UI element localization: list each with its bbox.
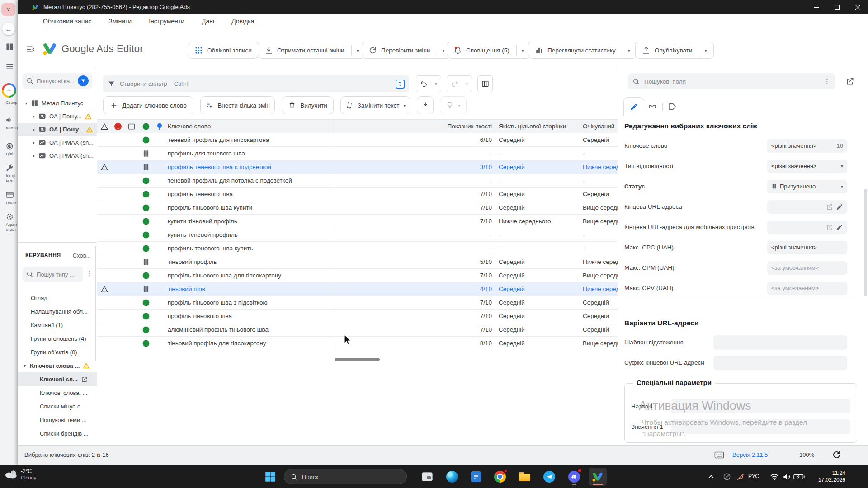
document-app-icon[interactable] bbox=[467, 468, 485, 486]
column-expected-ctr[interactable]: Очікуваний bbox=[583, 120, 618, 133]
publish-button[interactable]: Опублікувати ▾ bbox=[635, 42, 714, 59]
tree-item[interactable]: ▸OA | Пошу... bbox=[18, 110, 97, 123]
table-row[interactable]: профиль теневого шва7/10СереднійСередній bbox=[97, 188, 618, 201]
tab-edit[interactable] bbox=[623, 97, 644, 116]
sidebar-item-кампанії-1-[interactable]: Кампанії (1) bbox=[18, 318, 97, 332]
telegram-icon[interactable] bbox=[540, 468, 558, 486]
wifi-icon[interactable] bbox=[770, 472, 779, 481]
idea-icon[interactable] bbox=[156, 122, 164, 131]
sidebar-item-ключові-слова-[interactable]: Ключові слова, ... bbox=[18, 386, 97, 399]
dropdown-caret-icon[interactable]: ▾ bbox=[431, 82, 441, 86]
panel-scrollbar[interactable] bbox=[864, 189, 867, 296]
table-row[interactable]: теневой профиль для потолка с подсветкой… bbox=[97, 174, 618, 188]
dropdown-caret-icon[interactable]: ▾ bbox=[442, 48, 444, 53]
back-arrow-icon[interactable]: ← bbox=[2, 23, 15, 35]
chevron-right-icon[interactable]: ▸ bbox=[31, 114, 37, 119]
warning-icon[interactable] bbox=[100, 122, 108, 131]
version-link[interactable]: Версія 2.11.5 bbox=[732, 451, 768, 458]
tab-urls[interactable] bbox=[648, 102, 657, 111]
table-row[interactable]: теневой профиль для гипсокартона6/10Сере… bbox=[97, 133, 618, 147]
sync-icon[interactable] bbox=[832, 450, 841, 460]
collapse-pink-button[interactable]: ˅ bbox=[1, 3, 15, 16]
comment-icon[interactable] bbox=[127, 122, 136, 131]
campaigns-icon[interactable] bbox=[5, 116, 14, 124]
chrome-icon[interactable] bbox=[491, 468, 509, 486]
table-row[interactable]: купить теневой профиль--- bbox=[97, 228, 618, 242]
menu-item-Довідка[interactable]: Довідка bbox=[231, 18, 254, 25]
column-quality-score[interactable]: Показник якості bbox=[335, 120, 492, 133]
language-indicator[interactable]: РУС bbox=[748, 473, 759, 479]
sidebar-item-групи-об-єктів-0-[interactable]: Групи об'єктів (0) bbox=[18, 345, 97, 359]
column-keyword[interactable]: Ключове слово bbox=[168, 120, 211, 133]
horizontal-scrollbar[interactable] bbox=[335, 358, 380, 361]
panel-toggle-icon[interactable] bbox=[91, 252, 91, 259]
pen-icon[interactable] bbox=[736, 472, 745, 481]
billing-icon[interactable] bbox=[5, 191, 14, 199]
pencil-icon[interactable] bbox=[836, 224, 843, 231]
type-search-input[interactable]: Пошук типу ... bbox=[23, 267, 83, 282]
table-row[interactable]: профиль теневого шва с подсветкой3/10Сер… bbox=[97, 160, 618, 174]
sidebar-item-групи-оголошень-4-[interactable]: Групи оголошень (4) bbox=[18, 332, 97, 345]
hamburger-icon[interactable] bbox=[5, 62, 14, 71]
start-button[interactable] bbox=[264, 471, 276, 483]
field-input--url-[interactable] bbox=[767, 221, 847, 234]
view-statistics-button[interactable]: Переглянути статистику ▾ bbox=[528, 42, 637, 59]
undo-icon[interactable] bbox=[416, 80, 431, 88]
notifications-button[interactable]: Сповіщення (5) ▾ bbox=[447, 42, 531, 59]
chevron-right-icon[interactable]: ▸ bbox=[31, 127, 37, 132]
table-row[interactable]: профіль тіньового шва з підсвіткою7/10Се… bbox=[97, 296, 618, 310]
goals-icon[interactable] bbox=[5, 142, 14, 150]
apps-grid-icon[interactable] bbox=[5, 42, 14, 51]
open-in-new-icon[interactable] bbox=[81, 376, 88, 383]
filter-input[interactable]: Створити фільтр – Ctrl+F ? bbox=[103, 75, 409, 92]
open-in-new-icon[interactable] bbox=[845, 77, 854, 86]
open-in-new-icon[interactable] bbox=[826, 224, 833, 231]
dropdown-caret-icon[interactable]: ▾ bbox=[403, 103, 406, 108]
menu-item-Змінити[interactable]: Змінити bbox=[108, 18, 132, 25]
replace-text-button[interactable]: Замінити текст ▾ bbox=[340, 96, 410, 114]
sidebar-item-списки-мінус-с-[interactable]: Списки мінус-с... bbox=[18, 399, 97, 413]
discord-icon[interactable] bbox=[565, 468, 583, 486]
dropdown-caret-icon[interactable]: ▾ bbox=[357, 48, 359, 53]
sidebar-item-налаштування-обл-[interactable]: Налаштування обл... bbox=[18, 305, 97, 318]
table-row[interactable]: профиль теневого шва купить--- bbox=[97, 242, 618, 255]
kebab-menu-icon[interactable]: ⋮ bbox=[86, 269, 93, 277]
table-row[interactable]: профіль тіньового шва купити7/10Середній… bbox=[97, 201, 618, 215]
status-icon[interactable] bbox=[142, 122, 150, 131]
tree-item[interactable]: ▸OA | Пошу... bbox=[18, 123, 97, 136]
field-input--[interactable]: <різні значення>16 bbox=[767, 139, 847, 153]
zoom-level[interactable]: 100% bbox=[799, 451, 814, 458]
columns-button[interactable] bbox=[477, 75, 493, 92]
error-icon[interactable] bbox=[114, 122, 122, 131]
field-input--[interactable]: <різні значення>▾ bbox=[767, 160, 847, 173]
get-recent-changes-button[interactable]: Отримати останні зміни ▾ bbox=[258, 42, 366, 59]
close-button[interactable] bbox=[847, 0, 868, 14]
check-changes-button[interactable]: Перевірити зміни ▾ bbox=[362, 42, 451, 59]
field-input--cpm-uah-[interactable]: <за умовчанням> bbox=[767, 261, 847, 275]
table-row[interactable]: купити тіньовий профіль7/10Нижче середнь… bbox=[97, 215, 618, 228]
pencil-icon[interactable] bbox=[836, 203, 843, 211]
table-row[interactable]: алюмінієвий профіль тіньового шва7/10Сер… bbox=[97, 323, 618, 337]
dropdown-caret-icon[interactable]: ▾ bbox=[841, 184, 843, 189]
table-row[interactable]: профиль для теневого шва--- bbox=[97, 147, 618, 160]
photos-app-icon[interactable] bbox=[418, 468, 436, 486]
taskbar-clock[interactable]: 11:24 17.02.2026 bbox=[808, 470, 845, 483]
tab-manage[interactable]: КЕРУВАННЯ bbox=[25, 252, 61, 258]
tree-item[interactable]: ▸OA | PMAX (sh... bbox=[18, 136, 97, 149]
menu-item-Дані[interactable]: Дані bbox=[202, 18, 214, 25]
table-row[interactable]: профіль тіньового шва для гіпсокартону7/… bbox=[97, 269, 618, 282]
table-header[interactable]: Ключове слово Показник якості Якість ціл… bbox=[97, 119, 618, 133]
make-multiple-changes-button[interactable]: Внести кілька змін bbox=[200, 96, 275, 114]
fields-search-input[interactable]: Пошукові поля ⋮ bbox=[628, 73, 835, 89]
accounts-button[interactable]: Облікові записи bbox=[188, 42, 259, 59]
undo-button[interactable]: ▾ bbox=[416, 75, 441, 92]
field-input--cpv-uah-[interactable]: <за умовчанням> bbox=[767, 282, 847, 295]
field-input--cpc-uah-[interactable]: <різні значення> bbox=[767, 241, 847, 254]
kebab-menu-icon[interactable]: ⋮ bbox=[824, 77, 830, 85]
open-in-new-icon[interactable] bbox=[826, 203, 833, 211]
tree-item[interactable]: ▸OA | PMAX (sh... bbox=[18, 149, 97, 162]
table-row[interactable]: тіньовий шов4/10СереднійНижче середнього bbox=[97, 282, 618, 296]
taskbar-search-input[interactable]: Поиск bbox=[284, 469, 407, 484]
chevron-down-icon[interactable]: ▾ bbox=[24, 101, 29, 106]
filter-icon[interactable] bbox=[78, 75, 89, 86]
